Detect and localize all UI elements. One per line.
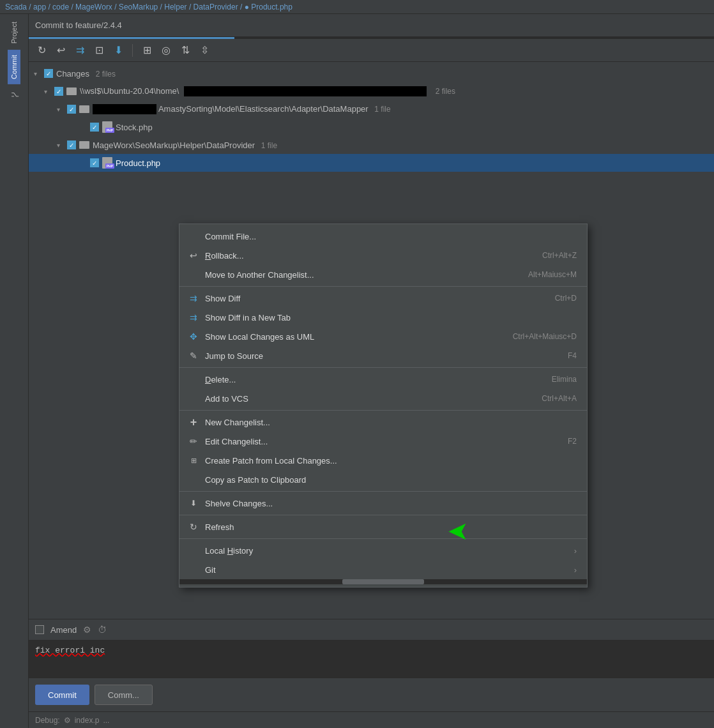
menu-jump-source-label: Jump to Source [205, 351, 563, 361]
menu-local-history-label: Local History [205, 546, 564, 556]
expand-arrow-wsl: ▾ [44, 88, 54, 95]
subfolder-amasty[interactable]: ▾ ✓ AmastySorting\Model\Elasticsearch\Ad… [29, 100, 714, 118]
sidebar-tab-commit[interactable]: Commit [8, 50, 20, 84]
local-history-arrow: › [574, 546, 577, 556]
git-arrow: › [574, 565, 577, 575]
subfolder-mageworx[interactable]: ▾ ✓ MageWorx\SeoMarkup\Helper\DataProvid… [29, 136, 714, 154]
menu-show-diff-tab-label: Show Diff in a New Tab [205, 313, 572, 322]
menu-scrollbar[interactable] [179, 579, 587, 584]
commit-message-text: fix errori inc [35, 646, 105, 655]
create-patch-icon: ⊞ [187, 454, 200, 467]
menu-sep-1 [179, 286, 587, 287]
commit-file-button[interactable]: ⊡ [91, 43, 107, 58]
expand-arrow-mageworx: ▾ [57, 142, 67, 149]
show-diff-menu-icon: ⇉ [187, 292, 200, 305]
folder-wsl[interactable]: ▾ ✓ \\wsl$\Ubuntu-20.04\home\ 2 files [29, 82, 714, 100]
folder-icon-amasty [79, 105, 89, 113]
changes-checkbox[interactable]: ✓ [44, 69, 53, 78]
debug-label: Debug: [35, 716, 60, 725]
commit-file-icon [187, 230, 200, 243]
product-php-label: Product.php [116, 158, 709, 168]
commit-message-area[interactable]: fix errori inc [29, 640, 714, 678]
menu-item-new-changelist[interactable]: + New Changelist... [179, 413, 587, 432]
product-checkbox[interactable]: ✓ [90, 158, 99, 167]
changes-root[interactable]: ▾ ✓ Changes 2 files [29, 64, 714, 82]
subfolder-mageworx-checkbox[interactable]: ✓ [67, 140, 76, 149]
collapse-all-button[interactable]: ⇳ [197, 43, 212, 58]
rollback-button[interactable]: ↩ [53, 43, 68, 58]
folder-wsl-checkbox[interactable]: ✓ [54, 87, 63, 96]
menu-item-edit-changelist[interactable]: ✏ Edit Changelist... F2 [179, 432, 587, 451]
progress-bar-fill [29, 37, 234, 39]
debug-file: index.p [75, 716, 100, 725]
menu-sep-6 [179, 538, 587, 539]
filter-button[interactable]: ◎ [158, 43, 174, 58]
group-button[interactable]: ⊞ [139, 43, 155, 58]
menu-sep-4 [179, 491, 587, 492]
menu-item-git[interactable]: Git › [179, 560, 587, 579]
toolbar: ↻ ↩ ⇉ ⊡ ⬇ ⊞ ◎ ⇅ ⇳ [29, 39, 714, 62]
gear-icon[interactable]: ⚙ [83, 625, 91, 635]
title-bar: Commit to feature/2.4.4 [29, 14, 714, 37]
menu-item-show-uml[interactable]: ✥ Show Local Changes as UML Ctrl+Alt+Mai… [179, 327, 587, 346]
expand-all-button[interactable]: ⇅ [178, 43, 193, 58]
amend-label: Amend [50, 625, 77, 635]
menu-item-rollback[interactable]: ↩ Rollback... Ctrl+Alt+Z [179, 246, 587, 265]
menu-item-show-diff[interactable]: ⇉ Show Diff Ctrl+D [179, 289, 587, 308]
menu-sep-5 [179, 515, 587, 515]
menu-new-changelist-label: New Changelist... [205, 418, 572, 427]
gear-debug-icon[interactable]: ⚙ [64, 716, 71, 725]
menu-refresh-label: Refresh [205, 522, 572, 532]
commit-and-button[interactable]: Comm... [95, 685, 153, 705]
green-arrow-indicator: ➤ [447, 516, 469, 545]
menu-delete-label: Delete... [205, 375, 547, 384]
menu-item-copy-patch[interactable]: Copy as Patch to Clipboard [179, 470, 587, 489]
jump-source-icon: ✎ [187, 349, 200, 362]
subfolder-mageworx-label: MageWorx\SeoMarkup\Helper\DataProvider 1… [93, 140, 709, 150]
edit-changelist-icon: ✏ [187, 435, 200, 448]
menu-sep-2 [179, 367, 587, 368]
local-history-icon [187, 544, 200, 557]
git-icon [187, 563, 200, 576]
subfolder-amasty-label: AmastySorting\Model\Elasticsearch\Adapte… [93, 104, 709, 115]
show-diff-button[interactable]: ⇉ [72, 43, 87, 58]
redacted-path [184, 86, 427, 96]
clock-icon[interactable]: ⏱ [98, 625, 107, 635]
menu-item-refresh[interactable]: ↻ Refresh [179, 517, 587, 536]
stock-checkbox[interactable]: ✓ [90, 123, 99, 132]
file-product-php[interactable]: ▾ ✓ PHP Product.php [29, 154, 714, 172]
menu-move-changelist-label: Move to Another Changelist... [205, 270, 523, 280]
sidebar-tab-vcs[interactable]: ⌥ [8, 86, 21, 104]
commit-button[interactable]: Commit [35, 685, 89, 705]
menu-item-show-diff-tab[interactable]: ⇉ Show Diff in a New Tab [179, 308, 587, 327]
expand-arrow-amasty: ▾ [57, 106, 67, 113]
menu-item-commit-file[interactable]: Commit File... [179, 227, 587, 246]
menu-edit-changelist-label: Edit Changelist... [205, 437, 563, 446]
amend-checkbox[interactable] [35, 625, 44, 634]
update-button[interactable]: ⬇ [110, 43, 126, 58]
menu-item-shelve[interactable]: ⬇ Shelve Changes... [179, 494, 587, 513]
redacted-prefix [93, 104, 156, 114]
menu-item-local-history[interactable]: Local History › [179, 541, 587, 560]
debug-more: ... [103, 716, 109, 725]
menu-sep-3 [179, 410, 587, 411]
menu-add-vcs-label: Add to VCS [205, 394, 536, 404]
refresh-button[interactable]: ↻ [34, 43, 49, 58]
delete-icon [187, 373, 200, 386]
debug-bar: Debug: ⚙ index.p ... [29, 711, 714, 728]
menu-item-create-patch[interactable]: ⊞ Create Patch from Local Changes... [179, 451, 587, 470]
bottom-area: Amend ⚙ ⏱ fix errori inc Commit Comm... … [29, 619, 714, 728]
menu-shelve-label: Shelve Changes... [205, 499, 572, 508]
stock-file-icon: PHP [102, 121, 112, 133]
menu-item-delete[interactable]: Delete... Elimina [179, 370, 587, 389]
menu-item-add-vcs[interactable]: Add to VCS Ctrl+Alt+A [179, 389, 587, 408]
menu-item-move-changelist[interactable]: Move to Another Changelist... Alt+Maiusc… [179, 265, 587, 284]
product-file-icon: PHP [102, 157, 112, 169]
menu-item-jump-source[interactable]: ✎ Jump to Source F4 [179, 346, 587, 365]
file-stock-php[interactable]: ▾ ✓ PHP Stock.php [29, 118, 714, 136]
menu-scrollbar-thumb [342, 579, 424, 584]
sidebar-tab-project[interactable]: Project [8, 17, 20, 49]
copy-patch-icon [187, 473, 200, 486]
subfolder-amasty-checkbox[interactable]: ✓ [67, 105, 76, 114]
context-menu: Commit File... ↩ Rollback... Ctrl+Alt+Z … [179, 224, 588, 588]
